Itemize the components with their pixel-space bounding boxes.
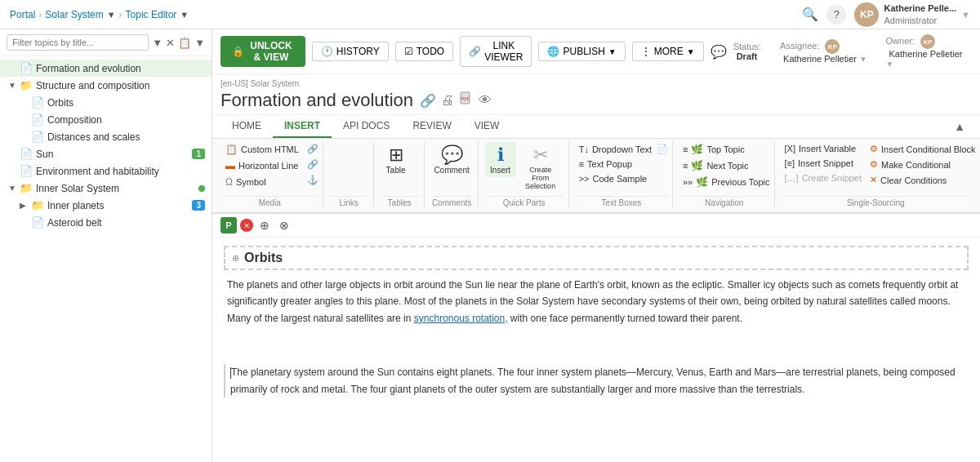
pdf-icon-button[interactable]: PDF	[459, 91, 474, 109]
sidebar-item-structure[interactable]: ▼ 📁 Structure and composition	[0, 77, 212, 94]
breadcrumb-portal[interactable]: Portal	[10, 9, 35, 20]
filter-add-button[interactable]: 📋	[178, 37, 191, 49]
topnav-right: 🔍 ? KP Katherine Pelle... Administrator …	[802, 2, 970, 27]
help-button[interactable]: ?	[826, 5, 846, 24]
tab-review[interactable]: REVIEW	[401, 115, 462, 138]
next-topic-button[interactable]: ≡ 🌿 Next Topic	[679, 158, 773, 173]
sidebar-item-inner-solar[interactable]: ▼ 📁 Inner Solar System	[0, 180, 212, 197]
ribbon-collapse-button[interactable]: ▲	[947, 115, 972, 138]
sidebar: ▼ ✕ 📋 ▼ 📄 Formation and evolution ▼ 📁 St…	[0, 29, 212, 462]
create-icon: ✂	[533, 144, 548, 166]
tab-home[interactable]: HOME	[220, 115, 273, 138]
custom-html-label: Custom HTML	[241, 144, 299, 154]
more-button[interactable]: ⋮ MORE ▼	[632, 42, 704, 61]
sidebar-item-label: Orbits	[47, 97, 205, 109]
search-icon-button[interactable]: 🔍	[802, 7, 818, 22]
svg-text:PDF: PDF	[461, 96, 470, 101]
solar-system-dropdown[interactable]: ▼	[107, 10, 116, 20]
comment-insert-button[interactable]: 💬 Comment	[431, 142, 473, 177]
sidebar-item-asteroid[interactable]: 📄 Asteroid belt	[0, 214, 212, 231]
ribbon-group-comments: 💬 Comment Comments	[426, 142, 479, 209]
todo-button[interactable]: ☑ TODO	[395, 42, 453, 61]
badge: 1	[192, 149, 205, 159]
filter-input[interactable]	[7, 34, 149, 51]
remove-style-button[interactable]: ✕	[240, 219, 253, 232]
history-button[interactable]: 🕐 HISTORY	[312, 42, 389, 61]
horizontal-line-label: Horizontal Line	[238, 161, 298, 171]
topic-title-text: Formation and evolution	[220, 90, 413, 111]
comment-label: Comment	[434, 166, 469, 175]
clear-icon: ✕	[870, 175, 877, 185]
sidebar-item-environment[interactable]: 📄 Environment and habitability	[0, 162, 212, 180]
create-from-selection-button[interactable]: ✂ Create FromSelection	[518, 142, 564, 193]
unlock-view-button[interactable]: 🔒 UNLOCK & VIEW	[220, 36, 305, 67]
create-snippet-button[interactable]: […] Create Snippet	[782, 171, 866, 184]
topic-editor-dropdown[interactable]: ▼	[180, 10, 189, 20]
link-icon: 🔗	[469, 46, 481, 57]
comment-button[interactable]: 💬	[710, 44, 727, 60]
popup-icon: ≡	[579, 159, 584, 169]
horizontal-line-button[interactable]: ▬ Horizontal Line	[222, 158, 302, 173]
clear-conditions-button[interactable]: ✕ Clear Conditions	[866, 173, 979, 187]
publish-button[interactable]: 🌐 PUBLISH ▼	[538, 42, 625, 61]
editor-area[interactable]: ⊕ Orbits The planets and other large obj…	[212, 238, 980, 462]
custom-html-button[interactable]: 📋 Custom HTML	[222, 142, 302, 157]
editor-paragraph-2[interactable]: The planetary system around the Sun cont…	[224, 364, 969, 398]
topic-title-bar: Formation and evolution 🔗 🖨 PDF 👁	[220, 90, 972, 111]
link2-button[interactable]: 🔗	[304, 158, 322, 171]
make-conditional-button[interactable]: ⚙ Make Conditional	[866, 158, 979, 171]
content-area: 🔒 UNLOCK & VIEW 🕐 HISTORY ☑ TODO 🔗 LINK …	[212, 29, 980, 462]
code-sample-button[interactable]: >> Code Sample	[576, 172, 671, 185]
prev-topic-button[interactable]: »» 🌿 Previous Topic	[679, 175, 773, 189]
editor-paragraph-1[interactable]: The planets and other large objects in o…	[224, 277, 969, 327]
view-icon-button[interactable]: 👁	[479, 93, 492, 108]
format-option2-button[interactable]: ⊗	[276, 217, 292, 233]
format-option-button[interactable]: ⊕	[256, 217, 273, 233]
paragraph-style-button[interactable]: P	[220, 217, 237, 233]
assignee-value: Katherine Pelletier	[783, 54, 857, 64]
link-insert-button[interactable]: 🔗	[304, 142, 322, 156]
insert-snippet-button[interactable]: [≡] Insert Snippet	[782, 157, 866, 170]
owner-dropdown[interactable]: ▼	[886, 60, 894, 69]
synchronous-rotation-link[interactable]: synchronous rotation,	[414, 313, 508, 324]
user-menu[interactable]: KP Katherine Pelle... Administrator ▼	[854, 2, 970, 27]
insert-button[interactable]: ℹ Insert	[485, 142, 516, 177]
ribbon-group-quick-parts: ℹ Insert ✂ Create FromSelection Quick Pa…	[480, 142, 569, 209]
sidebar-item-inner-planets[interactable]: ▶ 📁 Inner planets 3	[0, 197, 212, 214]
tab-api-docs[interactable]: API DOCS	[332, 115, 401, 138]
link-icon-button[interactable]: 🔗	[420, 93, 436, 109]
html-icon: 📋	[225, 144, 238, 155]
sidebar-item-label: Inner Solar System	[36, 183, 198, 194]
sidebar-item-label: Inner planets	[47, 200, 192, 211]
sidebar-item-distances[interactable]: 📄 Distances and scales	[0, 128, 212, 145]
sidebar-item-formation[interactable]: 📄 Formation and evolution	[0, 60, 212, 77]
sidebar-item-label: Environment and habitability	[36, 166, 205, 177]
table-button[interactable]: ⊞ Table	[381, 142, 412, 177]
ribbon-group-single-sourcing: [X] Insert Variable [≡] Insert Snippet […	[777, 142, 975, 209]
tab-view[interactable]: VIEW	[463, 115, 511, 138]
assignee-dropdown[interactable]: ▼	[859, 55, 867, 64]
filter-options-button[interactable]: ▼	[152, 37, 163, 49]
symbol-button[interactable]: Ω Symbol	[222, 175, 302, 189]
sidebar-item-orbits[interactable]: 📄 Orbits	[0, 94, 212, 111]
dropdown-icon: T↓	[579, 144, 589, 154]
print-icon-button[interactable]: 🖨	[441, 93, 454, 108]
sidebar-item-sun[interactable]: 📄 Sun 1	[0, 145, 212, 162]
format-bar: P ✕ ⊕ ⊗	[212, 214, 980, 238]
text-popup-button[interactable]: ≡ Text Popup	[576, 158, 671, 171]
breadcrumb-solar-system[interactable]: Solar System	[45, 9, 103, 20]
assignee-avatar: KP	[825, 39, 840, 54]
insert-conditional-button[interactable]: ⚙ Insert Conditional Block	[866, 142, 979, 156]
tab-insert[interactable]: INSERT	[273, 115, 332, 138]
insert-variable-button[interactable]: [X] Insert Variable	[782, 142, 866, 155]
info-icon: ℹ	[497, 144, 504, 166]
dropdown-text-button[interactable]: T↓ Dropdown Text 📄	[576, 142, 671, 156]
breadcrumb-topic-editor[interactable]: Topic Editor	[126, 9, 177, 20]
top-topic-button[interactable]: ≡ 🌿 Top Topic	[679, 142, 773, 157]
ribbon-group-navigation: ≡ 🌿 Top Topic ≡ 🌿 Next Topic »»	[675, 142, 775, 209]
link-viewer-button[interactable]: 🔗 LINK VIEWER	[460, 36, 532, 67]
filter-clear-button[interactable]: ✕	[166, 37, 175, 49]
anchor-button[interactable]: ⚓	[304, 173, 322, 187]
filter-extra-button[interactable]: ▼	[194, 37, 205, 49]
sidebar-item-composition[interactable]: 📄 Composition	[0, 111, 212, 128]
